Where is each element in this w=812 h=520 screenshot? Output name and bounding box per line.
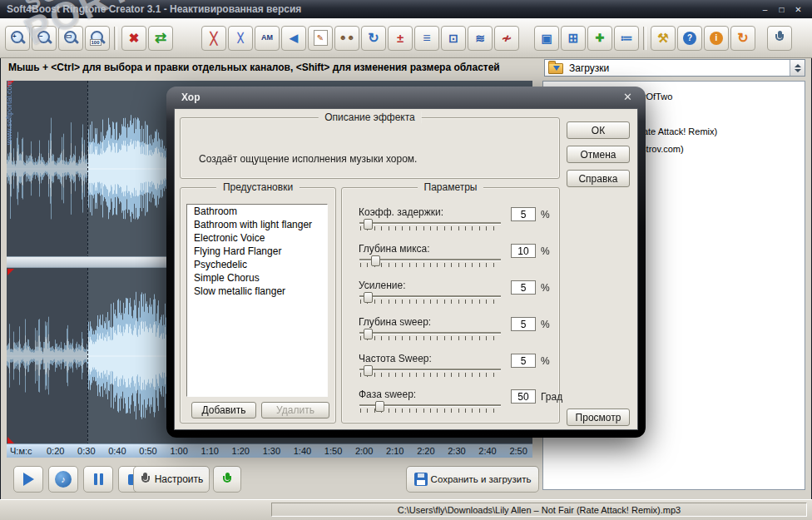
slider-thumb[interactable] (371, 255, 380, 266)
chorus-icon: ☻☻ (339, 34, 355, 42)
flanger-icon: ≋ (475, 32, 485, 44)
preset-item[interactable]: Slow metallic flanger (187, 285, 327, 298)
fade-lines-icon: ╳ (238, 33, 244, 42)
undo-redo-button[interactable]: ⇄ (148, 26, 173, 51)
pitch-icon: ± (397, 32, 404, 44)
configure-mic-button[interactable]: Настроить (133, 466, 210, 493)
timeline-ticks: 0:200:300:400:501:001:101:201:301:401:50… (47, 446, 532, 456)
save-load-button[interactable]: Сохранить и загрузить (406, 466, 539, 493)
noise-reduction-icon: ≁ (502, 32, 512, 44)
help-button[interactable]: ? (677, 26, 702, 51)
fade-lines-button[interactable]: ╳ (228, 26, 253, 51)
timeline-tick: 2:00 (355, 446, 373, 456)
copy-channels-button[interactable]: ▣ (534, 26, 559, 51)
fade-cross-button[interactable]: ╳ (201, 26, 226, 51)
description-group-label: Описание эффекта (318, 111, 422, 123)
ok-button[interactable]: ОК (567, 121, 630, 139)
tempo-button[interactable]: ↻ (361, 26, 386, 51)
preset-item[interactable]: Psychedelic (187, 258, 327, 271)
sweep-freq-value-input[interactable] (511, 354, 536, 368)
maximize-button[interactable]: □ (775, 3, 789, 16)
chorus-button[interactable]: ☻☻ (334, 26, 359, 51)
cancel-button[interactable]: Отмена (567, 146, 630, 163)
window-title: Soft4Boost Ringtone Creator 3.1 - Неакти… (7, 3, 301, 15)
import-file-button[interactable]: ⊞ (561, 26, 586, 51)
timeline-tick: 1:40 (294, 446, 311, 456)
gain-value-input[interactable] (511, 280, 536, 295)
timeline-tick: 2:40 (478, 446, 496, 456)
record-button[interactable] (213, 466, 241, 493)
slider-thumb[interactable] (364, 219, 373, 230)
envelope-button[interactable]: ⊡ (441, 26, 466, 51)
preset-item[interactable]: Simple Chorus (187, 271, 327, 285)
zoom-selection-button[interactable]: ▭ (58, 26, 83, 51)
preview-button[interactable]: Просмотр (567, 409, 630, 426)
gain-slider[interactable] (359, 292, 501, 305)
preset-item[interactable]: Bathroom with light flanger (187, 218, 327, 231)
mix-depth-value-input[interactable] (511, 244, 536, 258)
mix-depth-slider[interactable] (359, 255, 501, 269)
add-preset-button[interactable]: Добавить (191, 402, 256, 418)
undo-redo-icon: ⇄ (155, 31, 166, 45)
dialog-title: Хор (181, 92, 201, 103)
tempo-icon: ↻ (368, 32, 379, 45)
window-controls: – □ ✕ (758, 3, 805, 16)
help-button[interactable]: Справка (567, 170, 630, 187)
close-button[interactable]: ✕ (791, 3, 805, 16)
update-button[interactable]: ↻ (730, 26, 755, 51)
param-unit: % (541, 245, 550, 257)
record-mic-icon (774, 31, 785, 45)
slider-thumb[interactable] (364, 365, 373, 376)
pause-button[interactable] (83, 466, 113, 493)
sweep-freq-slider[interactable] (359, 365, 501, 379)
sweep-phase-value-input[interactable] (511, 389, 536, 404)
record-mic-button[interactable] (767, 26, 792, 51)
description-group: Описание эффекта Создаёт ощущение исполн… (180, 117, 560, 179)
flanger-button[interactable]: ≋ (468, 26, 493, 51)
pitch-button[interactable]: ± (388, 26, 413, 51)
status-file-path: C:\Users\fly\Downloads\Lily Allen – Not … (271, 503, 807, 517)
minimize-button[interactable]: – (758, 3, 772, 16)
presets-list[interactable]: BathroomBathroom with light flangerElect… (186, 204, 328, 397)
reverse-button[interactable]: ◀ (281, 26, 306, 51)
sweep-depth-slider[interactable] (359, 329, 501, 342)
dialog-close-button[interactable]: ✕ (623, 91, 632, 103)
timeline-ruler[interactable]: Ч:м:с 0:200:300:400:501:001:101:201:301:… (7, 443, 532, 458)
downloads-combo[interactable]: Загрузки (544, 59, 805, 77)
slider-thumb[interactable] (375, 401, 384, 412)
sweep-depth-value-input[interactable] (511, 317, 536, 331)
save-icon (414, 473, 428, 486)
zoom-out-button[interactable]: − (32, 26, 57, 51)
amplitude-button[interactable]: AM (255, 26, 280, 51)
preset-item[interactable]: Electronic Voice (187, 231, 327, 245)
play-icon (23, 473, 34, 486)
edit-notes-icon: ✎ (314, 30, 328, 46)
region-marker[interactable] (7, 437, 14, 443)
delay-coeff-slider[interactable] (359, 219, 501, 232)
sweep-phase-slider[interactable] (359, 401, 501, 414)
preset-item[interactable]: Bathroom (187, 205, 327, 218)
zoom-100-button[interactable]: 100 (85, 26, 110, 51)
remove-preset-button: Удалить (261, 402, 329, 418)
param-label: Частота Sweep: (359, 353, 432, 364)
region-marker[interactable] (7, 269, 14, 275)
combo-spinner[interactable] (790, 60, 805, 76)
preset-item[interactable]: Flying Hard Flanger (187, 245, 327, 258)
region-marker[interactable] (7, 81, 14, 87)
play-button[interactable] (13, 466, 43, 493)
echo-button[interactable]: ≡ (414, 26, 439, 51)
delete-button[interactable]: ✖ (121, 26, 146, 51)
noise-reduction-button[interactable]: ≁ (494, 26, 519, 51)
add-file-button[interactable]: ✚ (587, 26, 612, 51)
delay-coeff-value-input[interactable] (511, 207, 536, 221)
zoom-in-button[interactable]: + (5, 26, 30, 51)
about-icon: i (710, 32, 723, 45)
update-icon: ↻ (737, 32, 748, 45)
playlist-button[interactable]: ≔ (614, 26, 639, 51)
slider-thumb[interactable] (364, 329, 373, 339)
edit-notes-button[interactable]: ✎ (308, 26, 333, 51)
play-all-button[interactable]: ♪ (48, 466, 78, 493)
slider-thumb[interactable] (364, 292, 373, 303)
about-button[interactable]: i (704, 26, 729, 51)
settings-button[interactable]: ⚒ (651, 26, 676, 51)
